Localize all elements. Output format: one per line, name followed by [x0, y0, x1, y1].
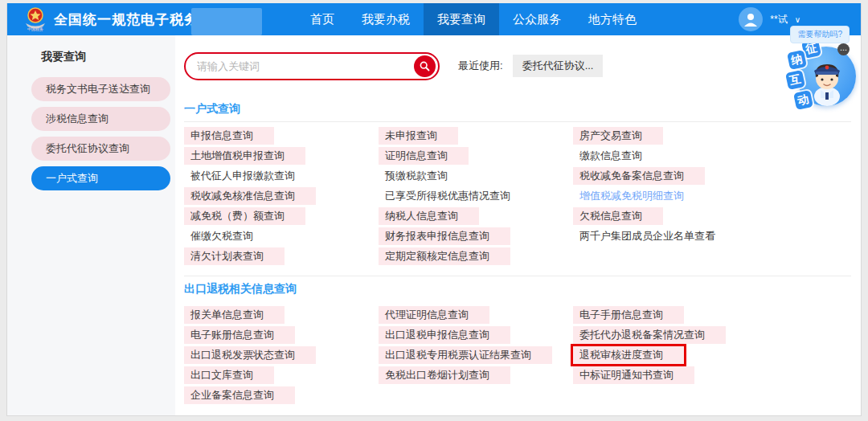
query-link[interactable]: 欠税信息查询 — [573, 207, 663, 225]
search-input[interactable] — [197, 55, 398, 77]
app-window: 中国税务 全国统一规范电子税务局 首页 我要办税 我要查询 公众服务 地方特色 — [6, 3, 862, 416]
search-icon — [419, 60, 431, 72]
grid-column: 房产交易查询缴款信息查询税收减免备案信息查询增值税减免税明细查询欠税信息查询两千… — [573, 127, 851, 247]
query-grid-export-rebate: 报关单信息查询电子账册信息查询出口退税发票状态查询出口文库查询企业备案信息查询 … — [184, 306, 851, 407]
brand: 中国税务 全国统一规范电子税务局 — [7, 6, 213, 32]
header-redacted-block — [191, 8, 262, 35]
query-link[interactable]: 被代征人申报缴款查询 — [184, 167, 316, 185]
grid-column: 代理证明信息查询出口退税申报信息查询出口退税专用税票认证结果查询免税出口卷烟计划… — [379, 306, 573, 386]
query-link[interactable]: 缴款信息查询 — [573, 147, 663, 165]
query-link[interactable]: 财务报表申报信息查询 — [379, 227, 510, 245]
nav-item[interactable]: 地方特色 — [575, 3, 650, 35]
query-link[interactable]: 电子账册信息查询 — [184, 326, 295, 344]
query-link[interactable]: 报关单信息查询 — [184, 306, 285, 324]
tax-emblem-logo: 中国税务 — [23, 6, 47, 32]
mascot-char: 互 — [785, 70, 805, 90]
query-link[interactable]: 退税审核进度查询 — [573, 346, 684, 364]
query-link[interactable]: 委托代办退税备案情况查询 — [573, 326, 726, 344]
query-link[interactable]: 预缴税款查询 — [379, 167, 469, 185]
nav-item[interactable]: 公众服务 — [499, 3, 575, 35]
section-divider — [184, 276, 851, 276]
sidebar: 我要查询 税务文书电子送达查询 涉税信息查询 委托代征协议查询 一户式查询 — [7, 35, 175, 416]
query-link[interactable]: 出口退税申报信息查询 — [379, 326, 510, 344]
sidebar-title: 我要查询 — [41, 50, 175, 64]
nav-item[interactable]: 首页 — [297, 3, 348, 35]
query-link[interactable]: 企业备案信息查询 — [184, 386, 295, 404]
search-box — [184, 52, 440, 80]
nav-item[interactable]: 我要办税 — [348, 3, 424, 35]
user-avatar[interactable] — [739, 7, 763, 31]
query-link[interactable]: 出口退税专用税票认证结果查询 — [379, 346, 552, 364]
query-grid-household: 申报信息查询土地增值税申报查询被代征人申报缴款查询税收减免核准信息查询减免税（费… — [184, 127, 851, 268]
svg-text:中国税务: 中国税务 — [27, 27, 43, 32]
help-tooltip: 需要帮助吗? — [790, 26, 850, 43]
query-link[interactable]: 税收减免核准信息查询 — [184, 187, 316, 205]
query-link[interactable]: 已享受所得税优惠情况查询 — [379, 187, 531, 205]
mascot-char: 动 — [793, 90, 813, 110]
query-link[interactable]: 免税出口卷烟计划查询 — [379, 366, 510, 384]
section-title-export-rebate: 出口退税相关信息查询 — [184, 282, 851, 296]
nav-item[interactable]: 我要查询 — [424, 3, 499, 35]
sidebar-menu: 税务文书电子送达查询 涉税信息查询 委托代征协议查询 一户式查询 — [7, 77, 175, 190]
search-row: 最近使用: 委托代征协议... — [184, 51, 851, 80]
grid-column: 电子手册信息查询委托代办退税备案情况查询退税审核进度查询中标证明通知书查询 — [573, 306, 851, 386]
section-divider — [184, 121, 851, 122]
query-link[interactable]: 清欠计划表查询 — [184, 247, 285, 265]
sidebar-item[interactable]: 税务文书电子送达查询 — [31, 77, 170, 101]
query-link[interactable]: 证明信息查询 — [379, 147, 469, 165]
grid-column: 报关单信息查询电子账册信息查询出口退税发票状态查询出口文库查询企业备案信息查询 — [184, 306, 379, 407]
query-link[interactable]: 电子手册信息查询 — [573, 306, 684, 324]
query-link[interactable]: 纳税人信息查询 — [379, 207, 479, 225]
mascot-char: 纳 — [787, 50, 807, 70]
query-link[interactable]: 出口文库查询 — [184, 366, 274, 384]
recent-used-label: 最近使用: — [458, 59, 503, 73]
main-nav: 首页 我要办税 我要查询 公众服务 地方特色 — [297, 3, 650, 35]
recent-used-chip[interactable]: 委托代征协议... — [513, 55, 604, 77]
top-header: 中国税务 全国统一规范电子税务局 首页 我要办税 我要查询 公众服务 地方特色 — [7, 3, 861, 35]
main-content: 最近使用: 委托代征协议... 一户式查询 申报信息查询土地增值税申报查询被代征… — [175, 35, 861, 416]
app-title: 全国统一规范电子税务局 — [54, 10, 213, 29]
query-link[interactable]: 减免税（费）额查询 — [184, 207, 305, 225]
sidebar-item[interactable]: 委托代征协议查询 — [31, 137, 170, 161]
sidebar-item[interactable]: 一户式查询 — [31, 166, 170, 190]
sidebar-item[interactable]: 涉税信息查询 — [31, 107, 170, 131]
tax-interaction-widget[interactable]: 征 纳 互 动 ⋯ — [785, 39, 859, 124]
query-link[interactable]: 中标证明通知书查询 — [573, 366, 694, 384]
query-link[interactable]: 代理证明信息查询 — [379, 306, 489, 324]
query-link[interactable]: 税收减免备案信息查询 — [573, 167, 705, 185]
chevron-down-icon[interactable]: ∨ — [795, 15, 800, 24]
query-link[interactable]: 定期定额核定信息查询 — [379, 247, 510, 265]
widget-minimize-button[interactable]: ⋯ — [837, 43, 850, 55]
user-name[interactable]: **试 — [770, 13, 787, 27]
query-link[interactable]: 申报信息查询 — [184, 127, 274, 145]
query-link[interactable]: 土地增值税申报查询 — [184, 147, 305, 165]
query-link[interactable]: 增值税减免税明细查询 — [573, 187, 705, 205]
search-button[interactable] — [414, 55, 436, 77]
query-link[interactable]: 未申报查询 — [379, 127, 458, 145]
query-link[interactable]: 催缴欠税查询 — [184, 227, 274, 245]
query-link[interactable]: 出口退税发票状态查询 — [184, 346, 316, 364]
query-link[interactable]: 房产交易查询 — [573, 127, 663, 145]
query-link[interactable]: 两千户集团成员企业名单查看 — [573, 227, 736, 245]
grid-column: 未申报查询证明信息查询预缴税款查询已享受所得税优惠情况查询纳税人信息查询财务报表… — [379, 127, 573, 268]
grid-column: 申报信息查询土地增值税申报查询被代征人申报缴款查询税收减免核准信息查询减免税（费… — [184, 127, 379, 268]
section-title-household-query: 一户式查询 — [184, 102, 851, 116]
